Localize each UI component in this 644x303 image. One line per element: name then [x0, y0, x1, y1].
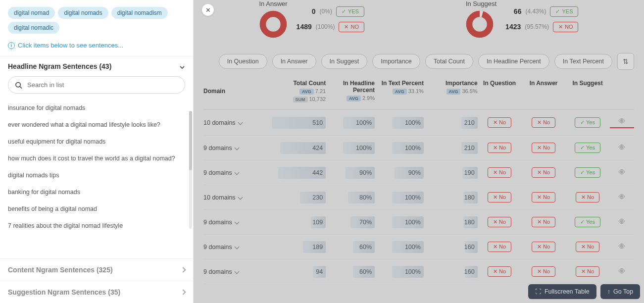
stat-in-answer: In Answer 0 (0%) ✓ YES 1489 (100%) ✕ NO — [259, 0, 364, 38]
donut-chart-suggest — [466, 10, 494, 38]
table-row: 9 domains 44290%90%190✕ No✕ No✓ Yes — [203, 160, 634, 185]
fullscreen-icon: ⛶ — [535, 288, 542, 295]
list-item[interactable]: 7 realities about the digital nomad life… — [0, 217, 193, 234]
list-item[interactable]: how much does it cost to travel the worl… — [0, 150, 193, 167]
total-cell: 189 — [272, 244, 326, 251]
chevron-down-icon — [234, 170, 239, 175]
stat-no-count: 1489 — [297, 23, 312, 31]
chevron-down-icon — [234, 269, 239, 274]
stat-no-pct: (95.57%) — [525, 23, 549, 30]
domain-cell[interactable]: 9 domains — [203, 145, 272, 152]
importance-cell: 190 — [424, 169, 478, 176]
filter-pill[interactable]: Importance — [372, 54, 420, 69]
sort-button[interactable]: ⇅ — [617, 53, 634, 70]
chevron-down-icon — [238, 120, 243, 125]
filter-tag[interactable]: digital nomads — [58, 7, 108, 19]
suggest-cell: ✓ Yes — [566, 143, 610, 153]
list-item[interactable]: useful equipment for digital nomads — [0, 133, 193, 150]
hint-text: i Click items below to see sentences... — [0, 38, 193, 56]
list-item[interactable]: banking for digital nomads — [0, 184, 193, 201]
yes-badge: ✓ Yes — [575, 143, 600, 153]
filter-pill[interactable]: Total Count — [425, 54, 473, 69]
suggestion-section-header[interactable]: Suggestion Ngram Sentences (35) — [0, 281, 193, 303]
hint-label: Click items below to see sentences... — [18, 42, 123, 49]
col-suggest: In Suggest — [566, 80, 610, 102]
no-badge: ✕ No — [488, 117, 511, 128]
domain-cell[interactable]: 9 domains — [203, 268, 272, 275]
list-item[interactable]: benefits of being a digital nomad — [0, 201, 193, 217]
headline-section-title: Headline Ngram Sentences (43) — [8, 62, 111, 70]
suggest-cell: ✕ No — [566, 192, 610, 202]
answer-cell: ✕ No — [522, 217, 566, 227]
domain-cell[interactable]: 10 domains — [203, 119, 272, 126]
chevron-down-icon — [234, 220, 239, 225]
svg-point-5 — [621, 120, 623, 122]
search-input[interactable] — [8, 76, 185, 94]
col-text-pct: In Text Percent AVG33.1% — [375, 80, 424, 102]
eye-icon[interactable] — [618, 170, 626, 177]
no-badge: ✕ No — [532, 167, 555, 178]
total-cell: 442 — [272, 169, 326, 176]
importance-cell: 180 — [424, 194, 478, 201]
list-item[interactable]: insurance for digital nomads — [0, 100, 193, 116]
svg-point-10 — [621, 246, 623, 247]
sidebar: digital nomaddigital nomadsdigital nomad… — [0, 0, 194, 303]
filter-tag[interactable]: digital nomadism — [111, 7, 168, 19]
gotop-button[interactable]: ↑ Go Top — [600, 284, 640, 299]
yes-badge: ✓ Yes — [575, 117, 600, 128]
yes-badge: ✓ YES — [336, 6, 364, 17]
eye-icon[interactable] — [618, 269, 626, 276]
text-cell: 100% — [375, 194, 424, 201]
eye-cell — [610, 117, 634, 128]
domain-cell[interactable]: 9 domains — [203, 169, 272, 176]
no-badge: ✕ No — [532, 266, 555, 277]
filter-pill[interactable]: In Answer — [272, 54, 316, 69]
filter-tag[interactable]: digital nomadic — [8, 22, 59, 34]
arrow-up-icon: ↑ — [607, 288, 610, 295]
answer-cell: ✕ No — [522, 117, 566, 128]
filter-pill[interactable]: In Question — [219, 54, 267, 69]
suggest-cell: ✓ Yes — [566, 167, 610, 178]
scrollbar-thumb[interactable] — [189, 111, 192, 170]
suggest-cell: ✓ Yes — [566, 217, 610, 227]
eye-icon[interactable] — [618, 245, 626, 252]
table-row: 10 domains 510100%100%210✕ No✕ No✓ Yes — [203, 110, 634, 136]
fullscreen-button[interactable]: ⛶ Fullscreen Table — [528, 284, 596, 299]
svg-point-3 — [469, 14, 490, 35]
table-row: 9 domains 9460%100%160✕ No✕ No✕ No — [203, 259, 634, 284]
eye-icon[interactable] — [618, 119, 626, 126]
no-badge: ✕ No — [488, 217, 511, 227]
sentence-list: insurance for digital nomadsever wondere… — [0, 100, 193, 258]
content-section-header[interactable]: Content Ngram Sentences (325) — [0, 258, 193, 281]
yes-badge: ✓ Yes — [575, 217, 600, 227]
list-item[interactable]: ever wondered what a digital nomad lifes… — [0, 116, 193, 133]
eye-icon[interactable] — [618, 146, 626, 152]
col-total: Total Count AVG7.21 SUM10,732 — [272, 80, 326, 102]
chevron-down-icon — [234, 245, 239, 250]
domain-cell[interactable]: 9 domains — [203, 219, 272, 226]
stats-row: In Answer 0 (0%) ✓ YES 1489 (100%) ✕ NO — [194, 0, 644, 48]
text-cell: 100% — [375, 145, 424, 152]
domain-cell[interactable]: 9 domains — [203, 244, 272, 251]
headline-section-header[interactable]: Headline Ngram Sentences (43) — [0, 56, 193, 76]
filter-tag[interactable]: digital nomad — [8, 7, 55, 19]
eye-cell — [610, 242, 634, 252]
table-header: Domain Total Count AVG7.21 SUM10,732 In … — [203, 75, 634, 110]
no-badge: ✕ NO — [553, 22, 579, 32]
chevron-right-icon — [180, 289, 186, 295]
filter-pill[interactable]: In Text Percent — [554, 54, 612, 69]
yes-badge: ✓ Yes — [575, 167, 600, 178]
eye-icon[interactable] — [618, 195, 626, 202]
sort-icon: ⇅ — [623, 57, 629, 65]
svg-point-2 — [263, 14, 284, 35]
stat-no-count: 1423 — [505, 23, 521, 31]
table-row: 10 domains 23080%100%180✕ No✕ No✕ No — [203, 185, 634, 210]
eye-icon[interactable] — [618, 220, 626, 227]
table-row: 9 domains 18960%100%160✕ No✕ No✕ No — [203, 235, 634, 259]
close-button[interactable]: ✕ — [202, 4, 214, 16]
filter-pill[interactable]: In Headline Percent — [478, 54, 549, 69]
filter-pill[interactable]: In Suggest — [321, 54, 368, 69]
domain-cell[interactable]: 10 domains — [203, 194, 272, 201]
svg-point-0 — [16, 82, 20, 87]
list-item[interactable]: digital nomads tips — [0, 167, 193, 184]
